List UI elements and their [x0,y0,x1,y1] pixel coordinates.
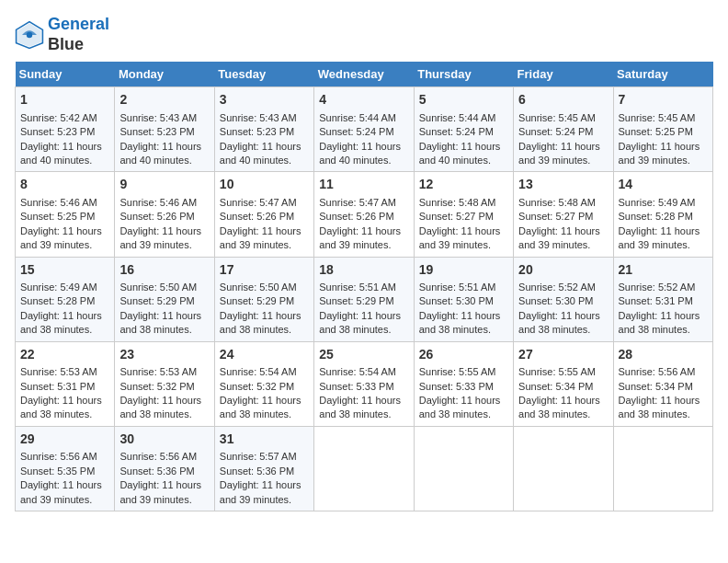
day-number: 24 [220,346,309,364]
sunrise-text: Sunrise: 5:51 AM [419,282,496,293]
sunrise-text: Sunrise: 5:56 AM [20,451,97,462]
daylight-minutes: and 38 minutes. [518,408,590,419]
calendar-week-row: 22Sunrise: 5:53 AMSunset: 5:31 PMDayligh… [16,341,713,426]
sunset-text: Sunset: 5:31 PM [619,295,693,306]
logo: General Blue [15,15,109,54]
daylight-label: Daylight: 11 hours [220,479,301,490]
calendar-cell: 14Sunrise: 5:49 AMSunset: 5:28 PMDayligh… [613,172,712,257]
sunrise-text: Sunrise: 5:54 AM [319,366,396,377]
sunset-text: Sunset: 5:27 PM [419,211,494,222]
sunset-text: Sunset: 5:35 PM [20,465,95,477]
daylight-minutes: and 39 minutes. [20,494,92,505]
sunset-text: Sunset: 5:24 PM [319,126,393,137]
sunset-text: Sunset: 5:26 PM [119,211,194,222]
daylight-minutes: and 39 minutes. [619,239,690,250]
sunrise-text: Sunrise: 5:52 AM [518,282,596,293]
page-header: General Blue [15,15,713,54]
daylight-label: Daylight: 11 hours [619,225,700,236]
day-number: 10 [220,176,309,194]
calendar-cell [414,426,513,511]
daylight-label: Daylight: 11 hours [119,225,201,236]
daylight-minutes: and 39 minutes. [220,494,291,505]
daylight-minutes: and 39 minutes. [220,239,291,250]
calendar-cell: 21Sunrise: 5:52 AMSunset: 5:31 PMDayligh… [613,257,712,341]
daylight-label: Daylight: 11 hours [119,395,201,406]
daylight-minutes: and 38 minutes. [220,408,291,419]
calendar-cell: 17Sunrise: 5:50 AMSunset: 5:29 PMDayligh… [214,257,313,341]
sunrise-text: Sunrise: 5:45 AM [619,112,696,123]
calendar-cell: 24Sunrise: 5:54 AMSunset: 5:32 PMDayligh… [214,341,313,426]
daylight-minutes: and 38 minutes. [419,408,491,419]
day-number: 29 [20,431,109,449]
daylight-minutes: and 38 minutes. [319,324,391,335]
calendar-cell: 18Sunrise: 5:51 AMSunset: 5:29 PMDayligh… [314,257,414,341]
calendar-cell: 20Sunrise: 5:52 AMSunset: 5:30 PMDayligh… [514,257,613,341]
sunrise-text: Sunrise: 5:53 AM [20,366,97,377]
column-header-wednesday: Wednesday [314,62,414,87]
daylight-minutes: and 39 minutes. [119,239,191,250]
daylight-minutes: and 39 minutes. [319,239,391,250]
sunrise-text: Sunrise: 5:46 AM [20,197,97,208]
daylight-label: Daylight: 11 hours [419,310,501,321]
calendar-cell [314,426,414,511]
calendar-week-row: 1Sunrise: 5:42 AMSunset: 5:23 PMDaylight… [16,87,713,172]
calendar-cell: 8Sunrise: 5:46 AMSunset: 5:25 PMDaylight… [16,172,115,257]
sunrise-text: Sunrise: 5:42 AM [20,112,97,123]
day-number: 2 [119,91,209,109]
daylight-label: Daylight: 11 hours [419,225,501,236]
daylight-label: Daylight: 11 hours [518,395,600,406]
column-header-saturday: Saturday [613,62,712,87]
day-number: 12 [419,176,508,194]
day-number: 28 [619,346,708,364]
sunrise-text: Sunrise: 5:52 AM [619,282,696,293]
daylight-label: Daylight: 11 hours [20,225,102,236]
daylight-label: Daylight: 11 hours [220,310,301,321]
daylight-minutes: and 38 minutes. [419,324,491,335]
daylight-label: Daylight: 11 hours [619,141,700,152]
day-number: 25 [319,346,408,364]
sunset-text: Sunset: 5:32 PM [119,381,194,392]
calendar-table: SundayMondayTuesdayWednesdayThursdayFrid… [15,62,713,511]
sunrise-text: Sunrise: 5:45 AM [518,112,596,123]
sunset-text: Sunset: 5:32 PM [220,381,294,392]
sunrise-text: Sunrise: 5:55 AM [518,366,596,377]
calendar-cell: 9Sunrise: 5:46 AMSunset: 5:26 PMDaylight… [115,172,214,257]
sunrise-text: Sunrise: 5:43 AM [220,112,297,123]
day-number: 5 [419,91,508,109]
calendar-cell: 12Sunrise: 5:48 AMSunset: 5:27 PMDayligh… [414,172,513,257]
daylight-minutes: and 38 minutes. [119,408,191,419]
daylight-label: Daylight: 11 hours [518,310,600,321]
sunset-text: Sunset: 5:33 PM [419,381,494,392]
day-number: 6 [518,91,608,109]
sunrise-text: Sunrise: 5:57 AM [220,451,297,462]
day-number: 15 [20,261,109,280]
daylight-minutes: and 38 minutes. [20,408,92,419]
daylight-minutes: and 38 minutes. [220,324,291,335]
calendar-cell: 19Sunrise: 5:51 AMSunset: 5:30 PMDayligh… [414,257,513,341]
sunset-text: Sunset: 5:29 PM [220,295,294,306]
daylight-label: Daylight: 11 hours [619,395,700,406]
daylight-label: Daylight: 11 hours [119,479,201,490]
daylight-label: Daylight: 11 hours [619,310,700,321]
daylight-minutes: and 38 minutes. [119,324,191,335]
sunset-text: Sunset: 5:23 PM [119,126,194,137]
day-number: 19 [419,261,508,280]
day-number: 30 [119,431,209,449]
daylight-label: Daylight: 11 hours [518,141,600,152]
day-number: 13 [518,176,608,194]
daylight-label: Daylight: 11 hours [20,310,102,321]
day-number: 7 [619,91,708,109]
column-header-sunday: Sunday [16,62,115,87]
sunrise-text: Sunrise: 5:55 AM [419,366,496,377]
day-number: 1 [20,91,109,109]
daylight-minutes: and 40 minutes. [419,155,491,166]
day-number: 31 [220,431,309,449]
daylight-minutes: and 38 minutes. [319,408,391,419]
day-number: 21 [619,261,708,280]
sunset-text: Sunset: 5:23 PM [20,126,95,137]
sunset-text: Sunset: 5:26 PM [319,211,393,222]
calendar-week-row: 29Sunrise: 5:56 AMSunset: 5:35 PMDayligh… [16,426,713,511]
column-header-friday: Friday [514,62,613,87]
sunset-text: Sunset: 5:24 PM [518,126,593,137]
calendar-cell: 7Sunrise: 5:45 AMSunset: 5:25 PMDaylight… [613,87,712,172]
